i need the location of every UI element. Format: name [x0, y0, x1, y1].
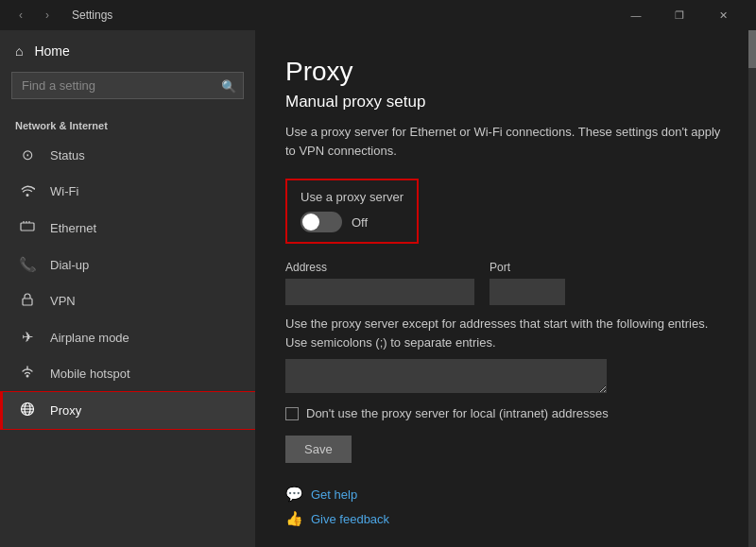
home-icon: ⌂ [15, 43, 23, 59]
toggle-section: Use a proxy server Off [285, 179, 419, 244]
forward-button[interactable]: › [38, 6, 57, 25]
sidebar-item-label: Dial-up [50, 258, 89, 272]
vpn-icon [18, 292, 37, 310]
help-link-row: 💬 Get help [285, 486, 726, 503]
svg-rect-0 [21, 223, 34, 231]
wifi-icon [18, 182, 37, 200]
port-label: Port [490, 261, 565, 274]
local-addresses-checkbox[interactable] [285, 407, 299, 420]
feedback-link[interactable]: Give feedback [311, 512, 389, 526]
svg-rect-4 [23, 299, 32, 305]
port-field-group: Port [490, 261, 565, 305]
proxy-icon [18, 402, 37, 419]
checkbox-row: Don't use the proxy server for local (in… [285, 406, 726, 420]
checkbox-label: Don't use the proxy server for local (in… [306, 406, 609, 420]
app-body: ⌂ Home 🔍 Network & Internet ⊙ Status Wi-… [0, 30, 756, 547]
sidebar-item-label: Airplane mode [50, 331, 129, 345]
sidebar-item-status[interactable]: ⊙ Status [0, 137, 255, 173]
feedback-icon: 👍 [285, 510, 303, 527]
scrollbar-thumb[interactable] [748, 30, 756, 68]
svg-point-5 [26, 375, 29, 378]
proxy-toggle[interactable] [301, 212, 342, 232]
titlebar-controls: — ❐ ✕ [614, 0, 745, 30]
sidebar-item-label: VPN [50, 294, 76, 308]
search-icon: 🔍 [221, 78, 236, 93]
status-icon: ⊙ [18, 146, 37, 163]
sidebar-item-label: Proxy [50, 403, 81, 418]
feedback-link-row: 👍 Give feedback [285, 510, 726, 527]
sidebar-item-hotspot[interactable]: Mobile hotspot [0, 355, 255, 392]
close-button[interactable]: ✕ [701, 0, 745, 30]
titlebar-left: ‹ › Settings [11, 6, 112, 25]
sidebar-home-label: Home [34, 43, 69, 59]
sidebar-item-airplane[interactable]: ✈ Airplane mode [0, 319, 255, 355]
sidebar-item-label: Ethernet [50, 221, 96, 235]
toggle-row: Off [301, 212, 404, 232]
save-button[interactable]: Save [285, 436, 352, 463]
search-input[interactable] [11, 72, 244, 99]
help-icon: 💬 [285, 486, 303, 503]
address-label: Address [285, 261, 474, 274]
toggle-state-label: Off [352, 215, 368, 230]
sidebar-item-vpn[interactable]: VPN [0, 282, 255, 319]
sidebar-item-ethernet[interactable]: Ethernet [0, 210, 255, 247]
sidebar-item-label: Status [50, 148, 85, 162]
sidebar-item-label: Wi-Fi [50, 184, 78, 198]
sidebar-search-container: 🔍 [11, 72, 244, 99]
titlebar-title: Settings [72, 9, 112, 22]
section-title: Manual proxy setup [285, 93, 726, 111]
page-title: Proxy [285, 57, 726, 87]
help-link[interactable]: Get help [311, 487, 357, 502]
description-text: Use a proxy server for Ethernet or Wi-Fi… [285, 123, 726, 160]
exceptions-description: Use the proxy server except for addresse… [285, 315, 726, 351]
maximize-button[interactable]: ❐ [658, 0, 701, 30]
sidebar-item-dialup[interactable]: 📞 Dial-up [0, 247, 255, 282]
sidebar-item-proxy[interactable]: Proxy [0, 392, 255, 429]
address-input[interactable] [285, 279, 474, 305]
sidebar-item-label: Mobile hotspot [50, 367, 130, 381]
scrollbar[interactable] [748, 30, 756, 547]
main-content: Proxy Manual proxy setup Use a proxy ser… [255, 30, 756, 547]
hotspot-icon [18, 365, 37, 383]
address-field-group: Address [285, 261, 474, 305]
sidebar-section-label: Network & Internet [0, 111, 255, 137]
sidebar-item-wifi[interactable]: Wi-Fi [0, 173, 255, 210]
port-input[interactable] [490, 279, 565, 305]
toggle-section-label: Use a proxy server [301, 190, 404, 204]
minimize-button[interactable]: — [614, 0, 658, 30]
sidebar: ⌂ Home 🔍 Network & Internet ⊙ Status Wi-… [0, 30, 255, 547]
address-port-row: Address Port [285, 261, 726, 305]
airplane-icon: ✈ [18, 329, 37, 346]
back-button[interactable]: ‹ [11, 6, 30, 25]
exceptions-input[interactable] [285, 359, 607, 393]
ethernet-icon [18, 219, 37, 237]
sidebar-item-home[interactable]: ⌂ Home [0, 30, 255, 72]
titlebar: ‹ › Settings — ❐ ✕ [0, 0, 756, 30]
dialup-icon: 📞 [18, 256, 37, 273]
